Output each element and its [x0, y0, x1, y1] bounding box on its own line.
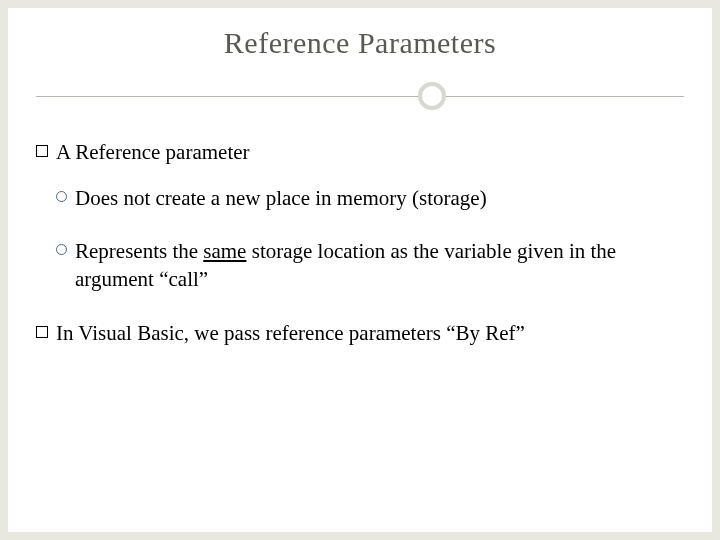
square-bullet-icon	[36, 145, 48, 157]
slide: Reference Parameters A Reference paramet…	[8, 8, 712, 532]
slide-title: Reference Parameters	[36, 26, 684, 60]
underlined-text: same	[203, 239, 246, 263]
bullet-text: A Reference parameter	[56, 138, 250, 166]
content-area: A Reference parameter Does not create a …	[36, 138, 684, 348]
bullet-level2: Represents the same storage location as …	[56, 237, 684, 294]
bullet-text: Does not create a new place in memory (s…	[75, 184, 487, 212]
circle-bullet-icon	[56, 191, 67, 202]
title-area: Reference Parameters	[36, 26, 684, 118]
bullet-level2: Does not create a new place in memory (s…	[56, 184, 684, 212]
square-bullet-icon	[36, 326, 48, 338]
sub-bullet-list: Does not create a new place in memory (s…	[56, 184, 684, 293]
circle-bullet-icon	[56, 244, 67, 255]
horizontal-rule	[36, 96, 684, 97]
text-fragment: Represents the	[75, 239, 203, 263]
bullet-level1: A Reference parameter	[36, 138, 684, 166]
bullet-text: In Visual Basic, we pass reference param…	[56, 319, 525, 347]
ring-icon	[418, 82, 446, 110]
bullet-level1: In Visual Basic, we pass reference param…	[36, 319, 684, 347]
bullet-text: Represents the same storage location as …	[75, 237, 684, 294]
